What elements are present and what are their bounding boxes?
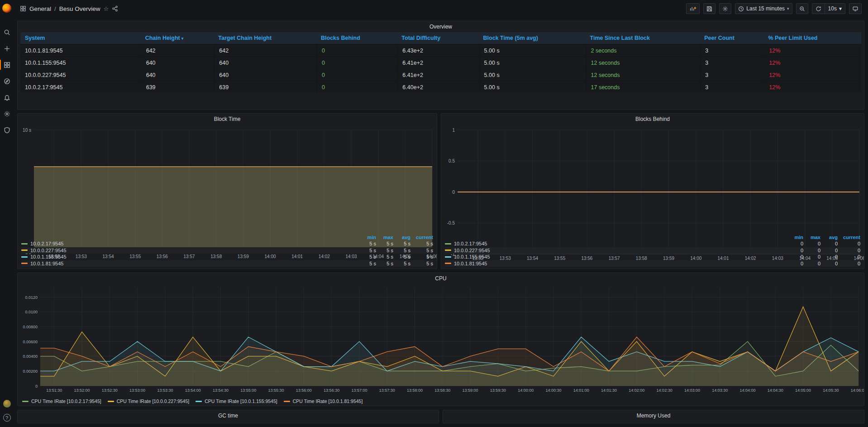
grafana-logo[interactable] bbox=[0, 0, 14, 16]
legend-value: 5 s bbox=[410, 248, 433, 253]
legend-item[interactable]: CPU Time IRate [10.0.1.155:9545] bbox=[196, 398, 277, 404]
column-header-blocks_behind[interactable]: Blocks Behind bbox=[316, 35, 397, 41]
panel-gc-time-title[interactable]: GC time bbox=[18, 410, 439, 421]
sidebar-item-server-admin[interactable] bbox=[0, 124, 14, 136]
column-header-peer_count[interactable]: Peer Count bbox=[700, 35, 763, 41]
series-name[interactable]: 10.0.1.81:9545 bbox=[454, 261, 487, 266]
series-name[interactable]: 10.0.0.227:9545 bbox=[30, 248, 67, 253]
cell-peer_count: 3 bbox=[700, 82, 763, 93]
sidebar-item-create[interactable] bbox=[0, 43, 14, 54]
user-avatar[interactable] bbox=[3, 400, 11, 408]
legend-value: 5 s bbox=[376, 248, 393, 253]
legend-item[interactable]: CPU Time IRate [10.0.2.17:9545] bbox=[22, 398, 101, 404]
sidebar-item-configuration[interactable] bbox=[0, 108, 14, 120]
legend-value: 5 s bbox=[359, 261, 376, 266]
legend-value: 0 bbox=[786, 248, 803, 253]
cell-total_difficulty: 6.41e+2 bbox=[397, 57, 478, 68]
panel-cpu-title[interactable]: CPU bbox=[18, 273, 864, 284]
panel-overview-title[interactable]: Overview bbox=[18, 21, 864, 32]
table-row: 10.0.1.155:954564064006.41e+25.00 s12 se… bbox=[20, 56, 861, 68]
save-dashboard-button[interactable] bbox=[703, 3, 715, 14]
bell-icon bbox=[4, 94, 10, 101]
column-header-total_difficulty[interactable]: Total Difficulty bbox=[397, 35, 478, 41]
legend-col-avg[interactable]: avg bbox=[393, 235, 410, 240]
dashboard-settings-button[interactable] bbox=[719, 3, 731, 14]
breadcrumb-separator: / bbox=[54, 5, 56, 12]
legend-col-avg[interactable]: avg bbox=[820, 235, 838, 240]
series-swatch-icon[interactable] bbox=[445, 256, 451, 258]
panel-overview: Overview SystemChain Height▾Target Chain… bbox=[17, 21, 864, 110]
series-swatch-icon[interactable] bbox=[21, 243, 28, 245]
series-swatch-icon[interactable] bbox=[21, 256, 28, 258]
series-name[interactable]: 10.0.1.155:9545 bbox=[30, 254, 67, 259]
legend-header: minmaxavgcurrent bbox=[445, 234, 860, 240]
cell-target_chain_height: 640 bbox=[214, 57, 316, 68]
svg-text:13:55:30: 13:55:30 bbox=[268, 388, 284, 393]
series-name[interactable]: 10.0.2.17:9545 bbox=[454, 241, 487, 246]
column-header-target_chain_height[interactable]: Target Chain Height bbox=[214, 35, 316, 41]
sidebar-item-explore[interactable] bbox=[0, 75, 14, 87]
cell-peer_limit_used: 12% bbox=[763, 57, 861, 68]
blocks-behind-chart[interactable]: 10.50-0.5-113:5213:5313:5413:5513:5613:5… bbox=[441, 125, 864, 234]
legend-item[interactable]: CPU Time IRate [10.0.0.227:9545] bbox=[108, 398, 190, 404]
cpu-chart[interactable]: 0.01200.01000.008000.006000.004000.00200… bbox=[18, 284, 864, 398]
legend-col-max[interactable]: max bbox=[803, 235, 820, 240]
column-header-chain_height[interactable]: Chain Height▾ bbox=[141, 35, 214, 41]
panel-gc-time: GC time bbox=[17, 410, 439, 423]
sidebar-item-alerting[interactable] bbox=[0, 91, 14, 103]
series-swatch-icon[interactable] bbox=[445, 249, 451, 251]
legend-item[interactable]: CPU Time IRate [10.0.1.81:9545] bbox=[284, 398, 363, 404]
legend-col-max[interactable]: max bbox=[376, 235, 393, 240]
svg-text:13:53:30: 13:53:30 bbox=[157, 388, 173, 393]
legend-value: 0 bbox=[838, 261, 860, 266]
column-header-system[interactable]: System bbox=[20, 35, 141, 41]
sidebar-item-dashboards[interactable] bbox=[0, 59, 14, 71]
series-name[interactable]: 10.0.1.155:9545 bbox=[454, 254, 490, 259]
refresh-interval-dropdown[interactable]: 10s ▾ bbox=[825, 4, 845, 14]
breadcrumb-title[interactable]: Besu Overview bbox=[59, 5, 100, 12]
legend-col-min[interactable]: min bbox=[786, 235, 803, 240]
cell-total_difficulty: 6.40e+2 bbox=[397, 82, 478, 93]
series-name[interactable]: 10.0.0.227:9545 bbox=[454, 248, 490, 253]
legend-col-min[interactable]: min bbox=[359, 235, 376, 240]
share-icon[interactable] bbox=[112, 5, 118, 12]
sidebar-item-search[interactable] bbox=[0, 26, 14, 38]
star-icon[interactable]: ☆ bbox=[104, 5, 109, 12]
svg-text:0.00600: 0.00600 bbox=[23, 340, 38, 344]
svg-text:0.0100: 0.0100 bbox=[25, 310, 38, 314]
svg-text:13:54:00: 13:54:00 bbox=[185, 388, 201, 393]
breadcrumb-section[interactable]: General bbox=[29, 5, 51, 12]
help-icon[interactable]: ? bbox=[3, 414, 11, 422]
series-swatch-icon[interactable] bbox=[21, 249, 28, 251]
refresh-button[interactable] bbox=[812, 4, 825, 14]
legend-col-current[interactable]: current bbox=[838, 235, 860, 240]
svg-text:14:00:30: 14:00:30 bbox=[545, 388, 561, 393]
column-header-block_time[interactable]: Block Time (5m avg) bbox=[479, 35, 586, 41]
clock-icon bbox=[738, 6, 744, 12]
series-swatch-icon[interactable] bbox=[445, 263, 451, 264]
dashboards-icon bbox=[4, 62, 10, 68]
panel-memory-used: Memory Used bbox=[443, 410, 864, 423]
series-name[interactable]: 10.0.1.81:9545 bbox=[30, 261, 63, 266]
column-header-peer_limit_used[interactable]: % Peer Limit Used bbox=[763, 35, 861, 41]
panel-blocks-behind-title[interactable]: Blocks Behind bbox=[441, 114, 864, 125]
block-time-chart[interactable]: 10 s1 s13:5213:5313:5413:5513:5613:5713:… bbox=[18, 125, 437, 234]
panel-block-time-title[interactable]: Block Time bbox=[18, 114, 437, 125]
cell-total_difficulty: 6.41e+2 bbox=[397, 69, 478, 81]
tv-mode-button[interactable] bbox=[849, 3, 862, 14]
svg-text:0.00800: 0.00800 bbox=[23, 325, 38, 329]
svg-text:0.00200: 0.00200 bbox=[23, 369, 38, 374]
svg-text:0.0120: 0.0120 bbox=[25, 295, 38, 300]
series-swatch-icon[interactable] bbox=[445, 243, 451, 245]
series-swatch-icon bbox=[108, 401, 114, 402]
column-header-time_since_last_block[interactable]: Time Since Last Block bbox=[586, 35, 700, 41]
series-swatch-icon[interactable] bbox=[21, 263, 28, 264]
add-panel-button[interactable] bbox=[686, 3, 700, 14]
time-range-picker[interactable]: Last 15 minutes ▾ bbox=[735, 3, 792, 14]
cell-chain_height: 639 bbox=[141, 82, 214, 93]
series-name[interactable]: 10.0.2.17:9545 bbox=[30, 241, 63, 246]
legend-row: 10.0.0.227:95450000 bbox=[445, 247, 860, 254]
legend-col-current[interactable]: current bbox=[410, 235, 433, 240]
zoom-out-button[interactable] bbox=[796, 3, 808, 14]
panel-memory-used-title[interactable]: Memory Used bbox=[443, 410, 864, 421]
